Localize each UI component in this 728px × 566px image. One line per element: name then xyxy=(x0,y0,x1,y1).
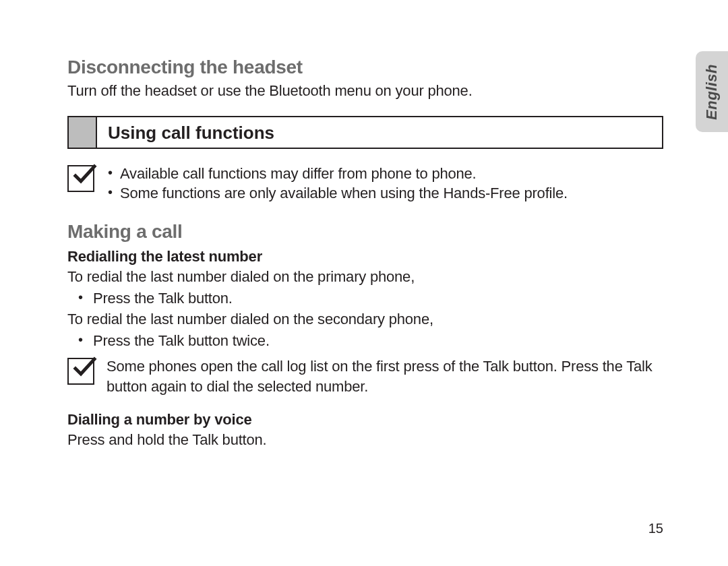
redial-primary-list: Press the Talk button. xyxy=(67,288,663,309)
boxed-heading-accent xyxy=(69,117,97,148)
body-disconnecting: Turn off the headset or use the Bluetoot… xyxy=(67,81,663,101)
boxed-heading-text: Using call functions xyxy=(97,117,662,148)
heading-disconnecting: Disconnecting the headset xyxy=(67,57,663,78)
subheading-redial: Redialling the latest number xyxy=(67,248,663,265)
language-tab-label: English xyxy=(703,64,721,120)
note1-item: Some functions are only available when u… xyxy=(107,183,663,203)
redial-secondary-list: Press the Talk button twice. xyxy=(67,331,663,351)
checkbox-icon xyxy=(67,358,94,385)
checkbox-icon xyxy=(67,165,94,192)
subheading-voice-dial: Dialling a number by voice xyxy=(67,411,663,429)
note-block-2: Some phones open the call log list on th… xyxy=(67,356,663,396)
list-item: Press the Talk button. xyxy=(71,288,663,309)
manual-page: English Disconnecting the headset Turn o… xyxy=(0,0,728,566)
note1-item: Available call functions may differ from… xyxy=(107,164,663,184)
list-item: Press the Talk button twice. xyxy=(71,331,663,351)
boxed-heading: Using call functions xyxy=(67,116,663,149)
note2-text: Some phones open the call log list on th… xyxy=(107,356,663,396)
page-number: 15 xyxy=(648,521,663,536)
redial-secondary-text: To redial the last number dialed on the … xyxy=(67,309,663,329)
redial-primary-text: To redial the last number dialed on the … xyxy=(67,267,663,287)
note1-list: Available call functions may differ from… xyxy=(107,164,663,203)
language-tab: English xyxy=(696,51,728,132)
heading-making-call: Making a call xyxy=(67,221,663,243)
voice-dial-text: Press and hold the Talk button. xyxy=(67,430,663,450)
note-block-1: Available call functions may differ from… xyxy=(67,164,663,203)
